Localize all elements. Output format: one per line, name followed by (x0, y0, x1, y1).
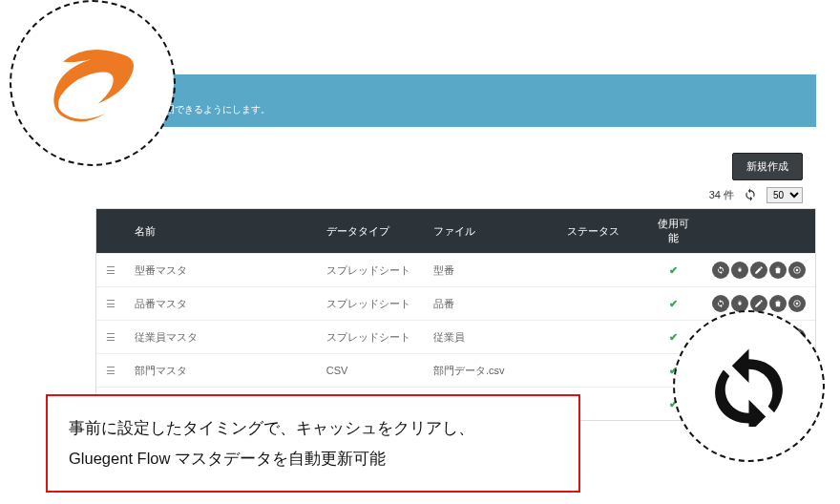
result-count: 34 件 (709, 188, 734, 202)
drag-handle-icon[interactable]: ☰ (96, 321, 125, 354)
row-type: CSV (317, 354, 424, 388)
row-enabled-check-icon: ✔ (646, 254, 701, 287)
row-name[interactable]: 品番マスタ (125, 287, 317, 321)
target-icon[interactable] (788, 295, 806, 312)
row-actions (701, 254, 815, 287)
delete-icon[interactable] (769, 295, 787, 312)
sync-badge (675, 312, 823, 460)
row-file: 品番 (424, 287, 557, 321)
edit-icon[interactable] (731, 262, 748, 279)
col-file: ファイル (424, 209, 557, 254)
info-banner-line2: 、Flow内で使用できるようにします。 (107, 102, 805, 116)
refresh-icon[interactable] (712, 295, 729, 312)
list-meta-row: 34 件 50 (95, 187, 816, 203)
callout-line1: 事前に設定したタイミングで、キャッシュをクリアし、 (69, 413, 557, 443)
new-button[interactable]: 新規作成 (732, 153, 803, 180)
row-status (557, 321, 646, 354)
row-type: スプレッドシート (317, 254, 424, 287)
drag-handle-icon[interactable]: ☰ (96, 287, 125, 321)
table-row: ☰ 品番マスタ スプレッドシート 品番 ✔ (96, 287, 815, 321)
col-type: データタイプ (317, 209, 424, 254)
edit-icon[interactable] (731, 295, 748, 312)
callout-box: 事前に設定したタイミングで、キャッシュをクリアし、 Gluegent Flow … (46, 394, 580, 493)
callout-line2: Gluegent Flow マスタデータを自動更新可能 (69, 444, 557, 473)
row-name[interactable]: 部門マスタ (125, 354, 317, 388)
write-icon[interactable] (750, 295, 767, 312)
row-type: スプレッドシート (317, 321, 424, 354)
brand-swoosh-icon (43, 33, 143, 134)
row-name[interactable]: 型番マスタ (125, 254, 317, 287)
row-file: 型番 (424, 254, 557, 287)
reload-icon[interactable] (744, 188, 757, 203)
info-banner: ます。 、Flow内で使用できるようにします。 (95, 74, 816, 127)
toolbar: 新規作成 (95, 145, 816, 191)
target-icon[interactable] (788, 262, 806, 279)
col-status: ステータス (557, 209, 646, 254)
drag-handle-icon[interactable]: ☰ (96, 354, 125, 388)
write-icon[interactable] (750, 262, 767, 279)
delete-icon[interactable] (769, 262, 787, 279)
row-status (557, 287, 646, 321)
table-row: ☰ 型番マスタ スプレッドシート 型番 ✔ (96, 254, 815, 287)
table-header-row: 名前 データタイプ ファイル ステータス 使用可能 (96, 209, 815, 254)
brand-logo (11, 2, 174, 164)
info-banner-line1: ます。 (107, 88, 805, 102)
sync-icon (708, 346, 789, 427)
page-size-select[interactable]: 50 (766, 187, 803, 203)
row-file: 従業員 (424, 321, 557, 354)
svg-point-5 (796, 303, 799, 305)
row-file: 部門データ.csv (424, 354, 557, 388)
drag-handle-icon[interactable]: ☰ (96, 254, 125, 287)
row-enabled-check-icon: ✔ (646, 287, 701, 321)
row-status (557, 254, 646, 287)
row-type: スプレッドシート (317, 287, 424, 321)
row-status (557, 354, 646, 388)
refresh-icon[interactable] (712, 262, 729, 279)
col-enabled: 使用可能 (646, 209, 701, 254)
svg-point-2 (796, 269, 799, 272)
col-name: 名前 (125, 209, 317, 254)
row-name[interactable]: 従業員マスタ (125, 321, 317, 354)
